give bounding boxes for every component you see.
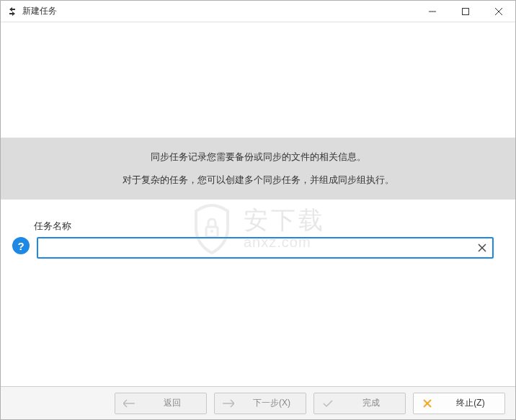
- window: 新建任务 同步任务记录您需要备份或同步的文件的相关信息。 对于复杂的任务，您可以…: [0, 0, 516, 420]
- cancel-label: 终止(Z): [444, 397, 497, 409]
- help-icon: ?: [17, 240, 24, 252]
- window-title: 新建任务: [22, 5, 57, 17]
- arrow-right-icon: [222, 399, 235, 408]
- clear-input-button[interactable]: [472, 238, 492, 257]
- svg-rect-1: [463, 8, 469, 14]
- minimize-button[interactable]: [416, 1, 449, 22]
- info-text-1: 同步任务记录您需要备份或同步的文件的相关信息。: [15, 151, 501, 164]
- next-label: 下一步(X): [245, 397, 298, 409]
- info-text-2: 对于复杂的任务，您可以创建多个同步任务，并组成同步组执行。: [15, 174, 501, 187]
- finish-label: 完成: [344, 397, 398, 409]
- finish-button: 完成: [313, 393, 406, 414]
- form-area: 任务名称 ?: [1, 200, 515, 273]
- next-button: 下一步(X): [214, 393, 306, 414]
- content-area: 同步任务记录您需要备份或同步的文件的相关信息。 对于复杂的任务，您可以创建多个同…: [1, 22, 515, 386]
- titlebar: 新建任务: [1, 1, 515, 22]
- task-name-input-wrap: [37, 237, 494, 259]
- info-band: 同步任务记录您需要备份或同步的文件的相关信息。 对于复杂的任务，您可以创建多个同…: [1, 138, 515, 200]
- task-name-input[interactable]: [38, 238, 472, 257]
- maximize-button[interactable]: [449, 1, 482, 22]
- back-label: 返回: [146, 397, 199, 409]
- task-name-label: 任务名称: [34, 220, 494, 233]
- check-icon: [321, 399, 334, 408]
- cancel-button[interactable]: 终止(Z): [413, 393, 505, 414]
- arrow-left-icon: [123, 399, 135, 408]
- footer: 返回 下一步(X) 完成 终止(Z): [1, 386, 515, 419]
- app-icon: [6, 6, 18, 17]
- close-button[interactable]: [482, 1, 515, 22]
- back-button: 返回: [115, 393, 207, 414]
- close-icon: [421, 399, 434, 408]
- window-controls: [416, 1, 515, 22]
- help-button[interactable]: ?: [12, 237, 30, 254]
